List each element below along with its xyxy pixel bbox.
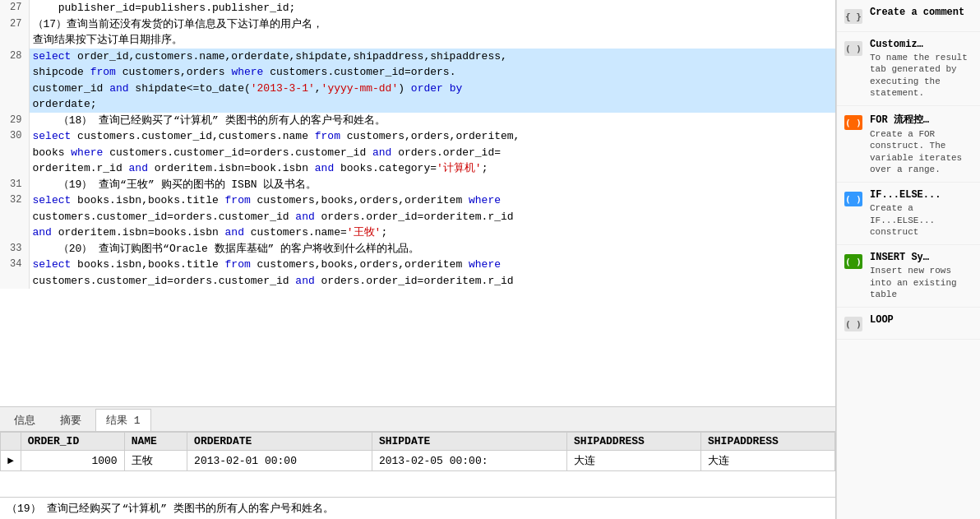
sidebar-item-icon: ( ) — [842, 40, 865, 57]
code-token: select — [33, 50, 72, 63]
code-token: select — [33, 194, 72, 206]
code-line: 27 publisher_id=publishers.publisher_id; — [0, 0, 835, 16]
code-line: 32select books.isbn,books.title from cus… — [0, 192, 835, 209]
svg-text:( ): ( ) — [845, 257, 862, 267]
code-token: order by — [411, 82, 462, 95]
table-cell: 王牧 — [124, 451, 187, 471]
results-section: ORDER_IDNAMEORDERDATESHIPDATESHIPADDRESS… — [0, 431, 835, 497]
line-number — [0, 81, 29, 97]
line-code: （20） 查询订购图书“Oracle 数据库基础” 的客户将收到什么样的礼品。 — [29, 241, 835, 257]
code-token: （19） 查询“王牧” 购买的图书的 ISBN 以及书名。 — [33, 178, 317, 191]
code-line: 查询结果按下达订单日期排序。 — [0, 32, 835, 49]
table-cell: 大连 — [567, 451, 701, 471]
code-token: 查询结果按下达订单日期排序。 — [33, 34, 183, 46]
row-arrow: ► — [1, 451, 21, 471]
code-token: orderitem.isbn=books.isbn — [52, 226, 225, 239]
code-line: 31 （19） 查询“王牧” 购买的图书的 ISBN 以及书名。 — [0, 177, 835, 193]
code-token: where — [231, 66, 263, 78]
code-token: customers,orders — [116, 66, 231, 78]
code-token: customers.customer_id=orders.customer_id — [33, 211, 296, 223]
line-number — [0, 209, 29, 225]
sidebar-item-icon: ( ) — [842, 316, 865, 332]
code-token: where — [71, 146, 103, 159]
table-cell: 2013-02-01 00:00 — [187, 451, 372, 471]
code-token: （18） 查询已经购买了“计算机” 类图书的所有人的客户号和姓名。 — [33, 114, 386, 127]
line-number: 31 — [0, 177, 29, 193]
svg-text:( ): ( ) — [845, 44, 862, 54]
line-code: books where customers.customer_id=orders… — [29, 145, 835, 161]
code-line: books where customers.customer_id=orders… — [0, 145, 835, 161]
sidebar-item-if-else[interactable]: ( )IF...ELSE...Create a IF...ELSE... con… — [837, 183, 980, 245]
sidebar-item-title: IF...ELSE... — [870, 189, 975, 201]
results-column-header: SHIPADDRESS — [567, 433, 701, 451]
code-line: orderitem.r_id and orderitem.isbn=book.i… — [0, 160, 835, 177]
sidebar-item-text-block: IF...ELSE...Create a IF...ELSE... constr… — [870, 189, 975, 238]
svg-text:( ): ( ) — [845, 118, 862, 128]
code-token: '2013-3-1' — [251, 82, 315, 95]
sidebar-item-for-loop[interactable]: ( )FOR 流程控…Create a FOR construct. The v… — [837, 106, 980, 183]
line-number: 27 — [0, 0, 29, 16]
code-token: books.category= — [334, 162, 437, 174]
line-number — [0, 273, 29, 290]
line-code: 查询结果按下达订单日期排序。 — [29, 32, 835, 49]
line-code: （17）查询当前还没有发货的订单信息及下达订单的用户名， — [29, 16, 835, 33]
sidebar-item-title: Customiz… — [870, 39, 975, 50]
line-code: select books.isbn,books.title from custo… — [29, 257, 835, 273]
editor-area: 27 publisher_id=publishers.publisher_id;… — [0, 0, 836, 519]
line-code: select customers.customer_id,customers.n… — [29, 128, 835, 145]
code-token: customer_id — [33, 82, 110, 95]
code-token: select — [33, 130, 72, 142]
sidebar-item-text-block: LOOP — [870, 314, 975, 327]
code-token: '计算机' — [437, 162, 482, 174]
code-token: select — [33, 258, 72, 271]
sidebar-item-text-block: Customiz…To name the result tab generate… — [870, 39, 975, 99]
line-number — [0, 64, 29, 81]
line-number — [0, 160, 29, 177]
line-code: shipcode from customers,orders where cus… — [29, 64, 835, 81]
code-token: publisher_id=publishers.publisher_id; — [33, 2, 296, 14]
code-token: customers.customer_id=orders.customer_id — [33, 275, 296, 287]
code-token: and — [109, 82, 128, 95]
line-code: customer_id and shipdate<=to_date('2013-… — [29, 81, 835, 97]
code-token: shipdate<=to_date( — [129, 82, 251, 95]
line-number: 34 — [0, 257, 29, 273]
sidebar-item-icon: { } — [842, 8, 865, 25]
sidebar-item-loop[interactable]: ( )LOOP — [837, 308, 980, 340]
code-line: customers.customer_id=orders.customer_id… — [0, 273, 835, 290]
code-token: '王牧' — [347, 226, 381, 239]
code-token: （17）查询当前还没有发货的订单信息及下达订单的用户名， — [33, 18, 324, 30]
code-line: 27（17）查询当前还没有发货的订单信息及下达订单的用户名， — [0, 16, 835, 33]
sidebar-item-title: INSERT Sy… — [870, 252, 975, 263]
line-number — [0, 96, 29, 113]
sidebar-item-insert-sy[interactable]: ( )INSERT Sy…Insert new rows into an exi… — [837, 245, 980, 308]
code-token: books.isbn,books.title — [71, 194, 224, 206]
code-token: from — [315, 130, 340, 142]
code-token: orderdate; — [33, 98, 97, 110]
results-column-header: ORDER_ID — [21, 433, 124, 451]
table-cell: 1000 — [21, 451, 124, 471]
code-token: orderitem.isbn=book.isbn — [148, 162, 315, 174]
line-code: orderdate; — [29, 96, 835, 113]
sidebar-item-desc: Insert new rows into an existing table — [870, 265, 975, 300]
table-cell: 大连 — [701, 451, 835, 471]
line-number: 29 — [0, 113, 29, 129]
line-number: 28 — [0, 49, 29, 65]
results-arrow-header — [1, 433, 21, 451]
svg-text:( ): ( ) — [845, 194, 862, 205]
code-token: and — [129, 162, 148, 174]
sidebar-item-title: LOOP — [870, 314, 975, 326]
sidebar-item-desc: Create a IF...ELSE... construct — [870, 202, 975, 238]
line-code: orderitem.r_id and orderitem.isbn=book.i… — [29, 160, 835, 177]
tab-item[interactable]: 信息 — [3, 409, 46, 431]
code-line: 33 （20） 查询订购图书“Oracle 数据库基础” 的客户将收到什么样的礼… — [0, 241, 835, 257]
tab-item[interactable]: 结果 1 — [95, 409, 151, 432]
code-token: ; — [482, 162, 488, 174]
code-line: 34select books.isbn,books.title from cus… — [0, 257, 835, 273]
sidebar-item-customize[interactable]: ( )Customiz…To name the result tab gener… — [837, 32, 980, 106]
line-number: 27 — [0, 16, 29, 33]
code-token: orderitem.r_id — [33, 162, 129, 174]
sidebar-item-create-comment[interactable]: { }Create a comment — [837, 0, 980, 32]
code-token: customers,books,orders,orderitem — [251, 258, 469, 271]
tab-item[interactable]: 摘要 — [49, 409, 92, 431]
line-code: customers.customer_id=orders.customer_id… — [29, 273, 835, 290]
